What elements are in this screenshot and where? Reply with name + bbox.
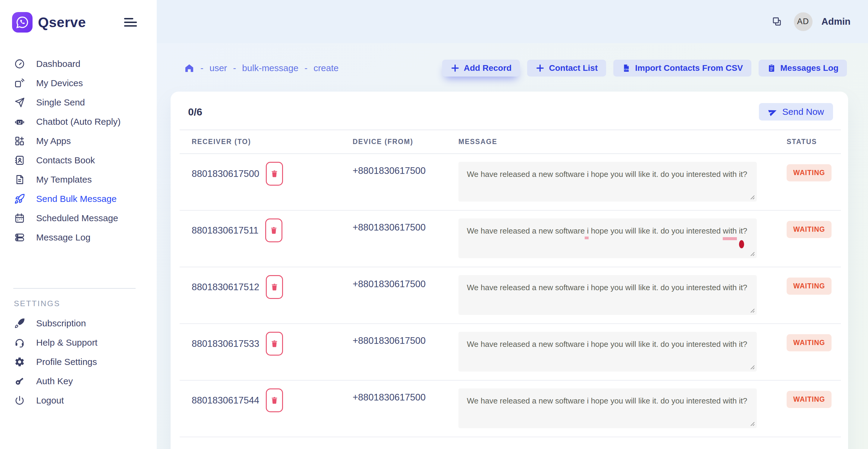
bulk-message-card: 0/6 Send Now RECEIVER (TO) DEVICE (FROM)… xyxy=(170,92,848,449)
breadcrumb-item-user[interactable]: user xyxy=(210,63,227,73)
table-row: 8801830617533 +8801830617500 We have rel… xyxy=(180,324,841,381)
status-badge: WAITING xyxy=(786,278,832,295)
trash-icon xyxy=(270,226,278,234)
sidebar-item-profile-settings[interactable]: Profile Settings xyxy=(0,352,157,372)
message-cell: We have released a new software i hope y… xyxy=(458,332,757,372)
progress-counter: 0/6 xyxy=(188,106,202,118)
resize-handle-icon[interactable] xyxy=(748,420,755,426)
receiver-number: 8801830617500 xyxy=(192,162,259,179)
delete-row-button[interactable] xyxy=(265,219,282,242)
device-number: +8801830617500 xyxy=(352,388,426,403)
robot-icon xyxy=(14,116,25,127)
sidebar-item-chatbot[interactable]: Chatbot (Auto Reply) xyxy=(0,112,157,131)
message-textarea[interactable]: We have released a new software i hope y… xyxy=(458,219,757,258)
home-icon[interactable] xyxy=(184,63,194,73)
table-row: 8801830617512 +8801830617500 We have rel… xyxy=(180,267,841,324)
svg-text:CSV: CSV xyxy=(624,68,629,71)
sidebar-item-send-bulk-message[interactable]: Send Bulk Message xyxy=(0,189,157,209)
message-textarea[interactable]: We have released a new software i hope y… xyxy=(458,332,757,372)
message-textarea[interactable]: We have released a new software i hope y… xyxy=(458,162,757,202)
status-badge: WAITING xyxy=(786,334,832,351)
trash-icon xyxy=(270,170,278,178)
breadcrumb-row: - user - bulk-message - create Add Recor… xyxy=(184,60,847,76)
brand: Qserve xyxy=(0,0,157,33)
plus-icon xyxy=(535,64,545,73)
topbar: AD Admin xyxy=(157,0,868,43)
receiver-number: 8801830617533 xyxy=(192,332,259,349)
sidebar-item-logout[interactable]: Logout xyxy=(0,391,157,410)
user-name: Admin xyxy=(822,16,850,27)
rocket-icon xyxy=(14,193,25,204)
key-icon xyxy=(14,376,25,387)
resize-handle-icon[interactable] xyxy=(748,307,755,313)
message-cell: We have released a new software i hope y… xyxy=(458,388,757,428)
sidebar-item-dashboard[interactable]: Dashboard xyxy=(0,54,157,73)
device-icon xyxy=(14,78,25,89)
settings-nav: Subscription Help & Support xyxy=(0,314,157,410)
add-record-button[interactable]: Add Record xyxy=(442,60,520,76)
message-textarea[interactable]: We have released a new software i hope y… xyxy=(458,275,757,315)
rocket-filled-icon xyxy=(14,318,25,329)
avatar[interactable]: AD xyxy=(794,12,812,31)
contact-list-button[interactable]: Contact List xyxy=(527,60,606,76)
device-number: +8801830617500 xyxy=(352,162,426,176)
table-row: 8801830617511 +8801830617500 We have rel… xyxy=(180,211,841,267)
sidebar-item-auth-key[interactable]: Auth Key xyxy=(0,372,157,391)
header-message: MESSAGE xyxy=(458,138,786,146)
sidebar-nav: Dashboard My Devices Single Send xyxy=(0,54,157,247)
sidebar-item-my-devices[interactable]: My Devices xyxy=(0,73,157,93)
send-now-button[interactable]: Send Now xyxy=(759,103,833,121)
messages-log-button[interactable]: Messages Log xyxy=(758,60,847,76)
receiver-number: 8801830617511 xyxy=(192,219,258,236)
table-body: 8801830617500 +8801830617500 We have rel… xyxy=(180,154,841,437)
message-textarea[interactable]: We have released a new software i hope y… xyxy=(458,388,757,428)
power-icon xyxy=(14,395,25,406)
delete-row-button[interactable] xyxy=(266,332,283,356)
breadcrumb-item-create[interactable]: create xyxy=(313,63,338,73)
message-cell: We have released a new software i hope y… xyxy=(458,275,757,315)
trash-icon xyxy=(270,283,278,291)
bulk-message-table: RECEIVER (TO) DEVICE (FROM) MESSAGE STAT… xyxy=(180,130,841,437)
resize-handle-icon[interactable] xyxy=(748,250,755,256)
toggles-icon xyxy=(14,232,25,243)
trash-icon xyxy=(270,396,278,405)
gear-icon xyxy=(14,356,25,367)
paper-plane-icon xyxy=(14,97,25,108)
sidebar-item-help-support[interactable]: Help & Support xyxy=(0,333,157,352)
sidebar-item-message-log[interactable]: Message Log xyxy=(0,228,157,247)
status-badge: WAITING xyxy=(786,164,832,182)
template-file-icon xyxy=(14,174,25,185)
breadcrumb: - user - bulk-message - create xyxy=(184,63,339,73)
sidebar-item-scheduled-message[interactable]: Scheduled Message xyxy=(0,209,157,228)
delete-row-button[interactable] xyxy=(266,162,283,186)
sidebar-item-single-send[interactable]: Single Send xyxy=(0,93,157,112)
sidebar-item-my-templates[interactable]: My Templates xyxy=(0,170,157,189)
menu-toggle-icon[interactable] xyxy=(124,17,137,28)
header-status: STATUS xyxy=(786,138,841,146)
breadcrumb-item-bulk-message[interactable]: bulk-message xyxy=(242,63,299,73)
table-header-row: RECEIVER (TO) DEVICE (FROM) MESSAGE STAT… xyxy=(180,130,841,154)
send-icon xyxy=(768,107,778,117)
overlap-squares-icon[interactable] xyxy=(772,16,782,27)
app-window: Qserve Dashboard xyxy=(0,0,868,449)
sidebar-item-contacts-book[interactable]: Contacts Book xyxy=(0,151,157,170)
resize-handle-icon[interactable] xyxy=(748,193,755,200)
sidebar-item-subscription[interactable]: Subscription xyxy=(0,314,157,333)
sidebar-item-my-apps[interactable]: My Apps xyxy=(0,131,157,151)
resize-handle-icon[interactable] xyxy=(748,363,755,370)
delete-row-button[interactable] xyxy=(266,388,283,412)
delete-row-button[interactable] xyxy=(266,275,283,299)
receiver-number: 8801830617512 xyxy=(192,275,259,293)
message-cell: We have released a new software i hope y… xyxy=(458,219,757,258)
table-row: 8801830617544 +8801830617500 We have rel… xyxy=(180,381,841,437)
device-number: +8801830617500 xyxy=(352,219,426,233)
action-buttons: Add Record Contact List CSV Import Conta… xyxy=(442,60,847,76)
calendar-icon xyxy=(14,213,25,224)
headset-icon xyxy=(14,337,25,348)
contacts-book-icon xyxy=(14,155,25,166)
settings-section-label: SETTINGS xyxy=(14,299,157,308)
sidebar-divider xyxy=(13,288,135,289)
card-header: 0/6 Send Now xyxy=(170,92,848,130)
import-csv-button[interactable]: CSV Import Contacts From CSV xyxy=(613,60,751,76)
plus-icon xyxy=(451,64,460,73)
